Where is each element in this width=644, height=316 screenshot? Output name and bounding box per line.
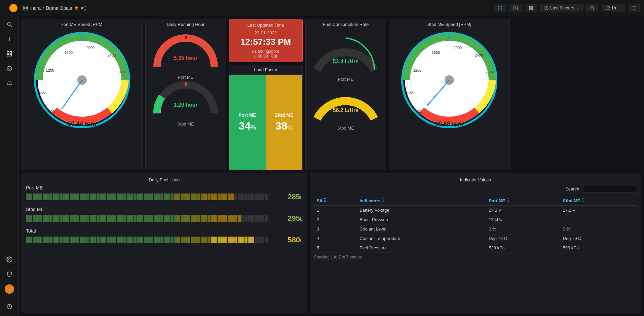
fuel-segment <box>197 194 200 200</box>
port-me-semi-gauge-svg: 5.35 hour <box>152 33 219 73</box>
sidebar-alerts[interactable] <box>3 77 16 90</box>
stbd-me-fuel-amount: 295 <box>276 214 300 223</box>
load-stbd-me-label: Stbd ME <box>275 112 294 118</box>
cell-port-me: 520 kPa <box>486 243 560 253</box>
fuel-segment <box>231 215 234 222</box>
monitor-btn[interactable] <box>628 4 640 12</box>
load-factor-panel: Load Factor Port ME 34 % Stbd ME 38 % <box>229 65 303 170</box>
fuel-segment <box>244 215 248 222</box>
svg-rect-6 <box>7 51 9 53</box>
fuel-segment <box>107 194 110 200</box>
sidebar-help[interactable] <box>3 300 16 313</box>
fuel-segment <box>214 194 217 200</box>
fuel-segment <box>194 215 197 222</box>
fuel-segment <box>117 215 120 222</box>
cell-snum: 5 <box>314 243 357 253</box>
fuel-segment <box>164 237 167 243</box>
load-port-me-bar: Port ME 34 % <box>229 75 266 170</box>
total-fuel-label: Total <box>26 228 303 234</box>
cell-snum: 2 <box>314 215 357 224</box>
fuel-segment <box>174 194 177 200</box>
fuel-segment <box>177 237 180 243</box>
fuel-segment <box>100 215 103 222</box>
svg-text:800: 800 <box>407 90 413 94</box>
table-row: 2 Boost Pressure 12 kPa - <box>314 215 637 224</box>
fuel-segment <box>103 237 106 243</box>
fuel-segment <box>234 215 237 222</box>
zoom-out-btn[interactable] <box>586 4 598 12</box>
last-updated-title: Last Updated Time <box>232 23 299 28</box>
fuel-segment <box>80 237 83 243</box>
table-row: 5 Fuel Pressure 520 kPa 596 kPa <box>314 243 637 253</box>
fuel-segment <box>171 194 174 200</box>
search-input[interactable] <box>583 185 637 193</box>
sidebar-shield[interactable] <box>3 268 16 281</box>
sort-indicators-icon <box>382 198 385 202</box>
time-range-btn[interactable]: Last 6 hours <box>540 4 583 12</box>
favorite-star[interactable]: ★ <box>74 5 79 11</box>
svg-rect-19 <box>26 8 28 10</box>
port-me-fuel-label: Port ME <box>26 185 303 190</box>
stbd-me-fuel-bar-track: 295 L <box>26 214 303 223</box>
fuel-segment <box>53 194 56 200</box>
sidebar-search[interactable] <box>3 17 16 31</box>
fuel-segment <box>194 237 197 243</box>
cell-indicator: Coolant Temperature <box>357 234 486 243</box>
fuel-segment <box>214 237 217 243</box>
fuel-segment <box>251 237 254 243</box>
add-panel-btn[interactable] <box>494 4 506 12</box>
load-port-me-value: 34 <box>239 120 251 132</box>
sidebar-explore[interactable] <box>3 62 16 75</box>
cell-stbd-me: 596 kPa <box>560 243 637 253</box>
fuel-segment <box>244 237 248 243</box>
col-port-me[interactable]: Port ME <box>486 196 560 206</box>
fuel-segment <box>90 237 93 243</box>
settings-btn[interactable] <box>525 4 537 12</box>
fuel-segment <box>184 237 187 243</box>
cell-stbd-me: 27.2 V <box>560 206 637 215</box>
fuel-segment <box>167 194 170 200</box>
port-me-fuel-amount: 285 <box>276 192 300 201</box>
fuel-segment <box>174 237 177 243</box>
svg-rect-34 <box>632 6 636 9</box>
svg-marker-67 <box>324 198 326 199</box>
col-snum[interactable]: S# <box>314 196 357 206</box>
fuel-segment <box>66 215 69 222</box>
col-indicators[interactable]: Indicators <box>357 196 486 206</box>
fuel-segment <box>261 237 264 243</box>
fuel-segment <box>134 194 137 200</box>
fuel-segment <box>167 237 170 243</box>
fuel-segment <box>110 237 113 243</box>
save-btn[interactable] <box>509 4 522 12</box>
fuel-segment <box>214 215 217 222</box>
cell-port-me: 27.2 V <box>486 206 560 215</box>
fuel-segment <box>53 237 56 243</box>
fuel-segment <box>157 194 160 200</box>
svg-marker-72 <box>507 201 509 202</box>
fuel-segment <box>39 237 42 243</box>
refresh-btn[interactable]: 1h <box>602 4 624 12</box>
col-stbd-me[interactable]: Stbd ME <box>560 196 637 206</box>
svg-text:400: 400 <box>416 110 422 114</box>
fuel-segment <box>130 237 133 243</box>
sidebar-settings[interactable] <box>3 253 16 266</box>
svg-text:2800: 2800 <box>118 70 126 74</box>
load-factor-title: Load Factor <box>229 65 302 75</box>
sidebar-dashboard[interactable] <box>3 47 16 61</box>
daily-running-panel: Daily Running Hour 5.35 hour Port ME <box>145 19 226 170</box>
fuel-segment <box>97 194 100 200</box>
fuel-segment <box>238 237 241 243</box>
stbd-me-fuel-row: Stbd ME 295 L <box>26 207 303 223</box>
sidebar-user[interactable]: i <box>3 282 16 296</box>
refresh-label: 1h <box>611 5 616 10</box>
fuel-segment <box>56 194 59 200</box>
svg-point-11 <box>8 68 10 70</box>
fuel-segment <box>83 237 86 243</box>
share-icon[interactable] <box>81 5 86 11</box>
time-range-label: Last 6 hours <box>550 5 574 10</box>
fuel-segment <box>73 215 76 222</box>
fuel-segment <box>36 194 39 200</box>
sidebar-add[interactable] <box>3 32 16 46</box>
fuel-segment <box>255 194 258 200</box>
fuel-segment <box>80 194 83 200</box>
